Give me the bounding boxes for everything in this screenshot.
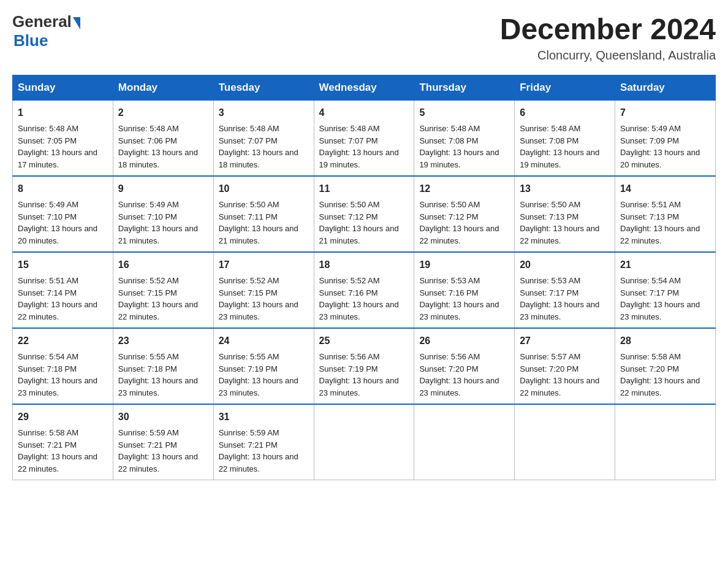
weekday-header-monday: Monday xyxy=(113,75,213,101)
weekday-header-row: SundayMondayTuesdayWednesdayThursdayFrid… xyxy=(13,75,716,101)
weekday-header-sunday: Sunday xyxy=(13,75,113,101)
sunset-text: Sunset: 7:19 PM xyxy=(219,364,278,373)
sunrise-text: Sunrise: 5:48 AM xyxy=(219,124,279,133)
calendar-day-cell: 13Sunrise: 5:50 AMSunset: 7:13 PMDayligh… xyxy=(515,176,615,252)
sunset-text: Sunset: 7:11 PM xyxy=(219,212,278,221)
sunset-text: Sunset: 7:13 PM xyxy=(620,212,679,221)
calendar-day-cell: 17Sunrise: 5:52 AMSunset: 7:15 PMDayligh… xyxy=(213,252,314,328)
sunrise-text: Sunrise: 5:48 AM xyxy=(319,124,380,133)
calendar-day-cell: 23Sunrise: 5:55 AMSunset: 7:18 PMDayligh… xyxy=(113,328,213,404)
sunset-text: Sunset: 7:21 PM xyxy=(219,440,278,450)
logo-triangle-icon xyxy=(73,17,80,29)
calendar-day-cell: 15Sunrise: 5:51 AMSunset: 7:14 PMDayligh… xyxy=(13,252,113,328)
daylight-text: Daylight: 13 hours and 23 minutes. xyxy=(18,376,97,397)
sunrise-text: Sunrise: 5:48 AM xyxy=(520,124,580,133)
calendar-week-row: 1Sunrise: 5:48 AMSunset: 7:05 PMDaylight… xyxy=(13,101,716,177)
calendar-day-cell: 31Sunrise: 5:59 AMSunset: 7:21 PMDayligh… xyxy=(213,404,314,480)
logo-general-text: General xyxy=(12,12,72,31)
day-number: 18 xyxy=(319,258,409,272)
daylight-text: Daylight: 13 hours and 22 minutes. xyxy=(18,300,97,321)
day-number: 26 xyxy=(419,334,509,348)
sunrise-text: Sunrise: 5:50 AM xyxy=(319,200,380,209)
calendar-day-cell: 14Sunrise: 5:51 AMSunset: 7:13 PMDayligh… xyxy=(615,176,716,252)
calendar-week-row: 22Sunrise: 5:54 AMSunset: 7:18 PMDayligh… xyxy=(13,328,716,404)
daylight-text: Daylight: 13 hours and 22 minutes. xyxy=(118,452,198,473)
day-number: 19 xyxy=(419,258,509,272)
daylight-text: Daylight: 13 hours and 21 minutes. xyxy=(118,224,198,245)
daylight-text: Daylight: 13 hours and 21 minutes. xyxy=(319,224,399,245)
daylight-text: Daylight: 13 hours and 23 minutes. xyxy=(219,376,298,397)
calendar-day-cell: 2Sunrise: 5:48 AMSunset: 7:06 PMDaylight… xyxy=(113,101,213,177)
sunrise-text: Sunrise: 5:53 AM xyxy=(419,276,480,285)
calendar-day-cell: 22Sunrise: 5:54 AMSunset: 7:18 PMDayligh… xyxy=(13,328,113,404)
day-number: 5 xyxy=(419,105,509,120)
calendar-day-cell: 10Sunrise: 5:50 AMSunset: 7:11 PMDayligh… xyxy=(213,176,314,252)
weekday-header-tuesday: Tuesday xyxy=(213,75,314,101)
daylight-text: Daylight: 13 hours and 18 minutes. xyxy=(118,148,198,169)
calendar-day-cell: 4Sunrise: 5:48 AMSunset: 7:07 PMDaylight… xyxy=(314,101,414,177)
sunset-text: Sunset: 7:17 PM xyxy=(520,288,578,297)
day-number: 8 xyxy=(18,182,108,196)
daylight-text: Daylight: 13 hours and 23 minutes. xyxy=(419,376,499,397)
day-number: 16 xyxy=(118,258,208,272)
calendar-day-cell: 11Sunrise: 5:50 AMSunset: 7:12 PMDayligh… xyxy=(314,176,414,252)
sunrise-text: Sunrise: 5:54 AM xyxy=(620,276,681,285)
day-number: 31 xyxy=(219,410,309,424)
sunrise-text: Sunrise: 5:48 AM xyxy=(118,124,179,133)
sunset-text: Sunset: 7:07 PM xyxy=(319,136,378,145)
sunset-text: Sunset: 7:18 PM xyxy=(118,364,177,373)
daylight-text: Daylight: 13 hours and 22 minutes. xyxy=(419,224,499,245)
sunset-text: Sunset: 7:18 PM xyxy=(18,364,77,373)
day-number: 24 xyxy=(219,334,309,348)
calendar-day-cell: 16Sunrise: 5:52 AMSunset: 7:15 PMDayligh… xyxy=(113,252,213,328)
weekday-header-wednesday: Wednesday xyxy=(314,75,414,101)
calendar-day-cell: 30Sunrise: 5:59 AMSunset: 7:21 PMDayligh… xyxy=(113,404,213,480)
sunrise-text: Sunrise: 5:50 AM xyxy=(219,200,279,209)
daylight-text: Daylight: 13 hours and 23 minutes. xyxy=(219,300,298,321)
calendar-day-cell: 6Sunrise: 5:48 AMSunset: 7:08 PMDaylight… xyxy=(515,101,615,177)
sunset-text: Sunset: 7:21 PM xyxy=(18,440,77,450)
daylight-text: Daylight: 13 hours and 19 minutes. xyxy=(520,148,599,169)
sunset-text: Sunset: 7:12 PM xyxy=(419,212,478,221)
calendar-day-cell: 21Sunrise: 5:54 AMSunset: 7:17 PMDayligh… xyxy=(615,252,716,328)
calendar-table: SundayMondayTuesdayWednesdayThursdayFrid… xyxy=(12,75,716,480)
daylight-text: Daylight: 13 hours and 23 minutes. xyxy=(118,376,198,397)
sunrise-text: Sunrise: 5:51 AM xyxy=(620,200,681,209)
daylight-text: Daylight: 13 hours and 22 minutes. xyxy=(520,376,599,397)
calendar-day-cell: 8Sunrise: 5:49 AMSunset: 7:10 PMDaylight… xyxy=(13,176,113,252)
sunset-text: Sunset: 7:15 PM xyxy=(118,288,177,297)
sunrise-text: Sunrise: 5:57 AM xyxy=(520,352,580,361)
daylight-text: Daylight: 13 hours and 18 minutes. xyxy=(219,148,298,169)
page-header: General Blue December 2024 Cloncurry, Qu… xyxy=(12,12,716,63)
sunrise-text: Sunrise: 5:59 AM xyxy=(118,428,179,437)
sunset-text: Sunset: 7:14 PM xyxy=(18,288,77,297)
sunrise-text: Sunrise: 5:52 AM xyxy=(118,276,179,285)
sunset-text: Sunset: 7:06 PM xyxy=(118,136,177,145)
calendar-day-cell: 19Sunrise: 5:53 AMSunset: 7:16 PMDayligh… xyxy=(414,252,515,328)
calendar-location: Cloncurry, Queensland, Australia xyxy=(500,48,716,63)
calendar-week-row: 8Sunrise: 5:49 AMSunset: 7:10 PMDaylight… xyxy=(13,176,716,252)
sunset-text: Sunset: 7:10 PM xyxy=(118,212,177,221)
sunrise-text: Sunrise: 5:56 AM xyxy=(319,352,380,361)
calendar-day-cell: 28Sunrise: 5:58 AMSunset: 7:20 PMDayligh… xyxy=(615,328,716,404)
calendar-day-cell: 29Sunrise: 5:58 AMSunset: 7:21 PMDayligh… xyxy=(13,404,113,480)
sunset-text: Sunset: 7:13 PM xyxy=(520,212,578,221)
sunrise-text: Sunrise: 5:56 AM xyxy=(419,352,480,361)
day-number: 14 xyxy=(620,182,710,196)
sunrise-text: Sunrise: 5:50 AM xyxy=(520,200,580,209)
daylight-text: Daylight: 13 hours and 22 minutes. xyxy=(620,224,700,245)
sunrise-text: Sunrise: 5:54 AM xyxy=(18,352,78,361)
title-block: December 2024 Cloncurry, Queensland, Aus… xyxy=(500,12,716,63)
daylight-text: Daylight: 13 hours and 21 minutes. xyxy=(219,224,298,245)
calendar-day-cell: 1Sunrise: 5:48 AMSunset: 7:05 PMDaylight… xyxy=(13,101,113,177)
sunset-text: Sunset: 7:08 PM xyxy=(419,136,478,145)
sunrise-text: Sunrise: 5:59 AM xyxy=(219,428,279,437)
daylight-text: Daylight: 13 hours and 19 minutes. xyxy=(319,148,399,169)
day-number: 22 xyxy=(18,334,108,348)
day-number: 6 xyxy=(520,105,610,120)
daylight-text: Daylight: 13 hours and 20 minutes. xyxy=(620,148,700,169)
day-number: 30 xyxy=(118,410,208,424)
day-number: 2 xyxy=(118,105,208,120)
day-number: 21 xyxy=(620,258,710,272)
sunset-text: Sunset: 7:20 PM xyxy=(520,364,578,373)
